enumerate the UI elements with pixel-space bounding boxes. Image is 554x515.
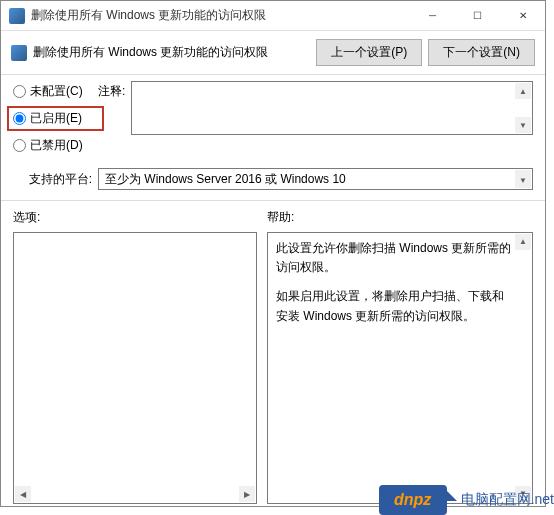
platform-label: 支持的平台: [13,171,92,188]
options-column: 选项: ◀ ▶ [13,209,257,504]
radio-group: 未配置(C) 已启用(E) 已禁用(D) [13,81,98,160]
options-label: 选项: [13,209,257,226]
watermark-logo: dnpz [379,485,447,515]
window-title: 删除使用所有 Windows 更新功能的访问权限 [31,7,410,24]
help-box: 此设置允许你删除扫描 Windows 更新所需的访问权限。 如果启用此设置，将删… [267,232,533,504]
scroll-left-icon[interactable]: ◀ [15,486,31,502]
radio-not-configured[interactable]: 未配置(C) [13,83,98,100]
titlebar: 删除使用所有 Windows 更新功能的访问权限 ─ ☐ ✕ [1,1,545,31]
comment-label: 注释: [98,81,125,100]
help-text-1: 此设置允许你删除扫描 Windows 更新所需的访问权限。 [276,239,512,277]
help-label: 帮助: [267,209,533,226]
watermark-suffix: .net [531,491,554,507]
dialog-window: 删除使用所有 Windows 更新功能的访问权限 ─ ☐ ✕ 删除使用所有 Wi… [0,0,546,507]
window-controls: ─ ☐ ✕ [410,1,545,30]
scroll-right-icon[interactable]: ▶ [239,486,255,502]
subheader: 删除使用所有 Windows 更新功能的访问权限 上一个设置(P) 下一个设置(… [1,31,545,75]
platform-row: 支持的平台: 至少为 Windows Server 2016 或 Windows… [1,166,545,201]
comment-textarea[interactable]: ▲ ▼ [131,81,533,135]
watermark-text: 电脑配置网.net [461,491,554,509]
radio-disabled-label: 已禁用(D) [30,137,83,154]
radio-not-configured-input[interactable] [13,85,26,98]
app-icon [9,8,25,24]
watermark: dnpz 电脑配置网.net [379,485,554,515]
platform-value: 至少为 Windows Server 2016 或 Windows 10 [105,171,346,188]
next-setting-button[interactable]: 下一个设置(N) [428,39,535,66]
scroll-down-icon[interactable]: ▼ [515,117,531,133]
radio-enabled-input[interactable] [13,112,26,125]
scroll-down-icon[interactable]: ▼ [515,172,531,188]
subheader-title: 删除使用所有 Windows 更新功能的访问权限 [33,44,316,61]
prev-setting-button[interactable]: 上一个设置(P) [316,39,422,66]
platform-box: 至少为 Windows Server 2016 或 Windows 10 ▲ ▼ [98,168,533,190]
help-text-2: 如果启用此设置，将删除用户扫描、下载和安装 Windows 更新所需的访问权限。 [276,287,512,325]
scroll-up-icon[interactable]: ▲ [515,83,531,99]
minimize-button[interactable]: ─ [410,1,455,30]
radio-disabled-input[interactable] [13,139,26,152]
maximize-button[interactable]: ☐ [455,1,500,30]
options-box: ◀ ▶ [13,232,257,504]
radio-not-configured-label: 未配置(C) [30,83,83,100]
help-column: 帮助: 此设置允许你删除扫描 Windows 更新所需的访问权限。 如果启用此设… [267,209,533,504]
lower-section: 选项: ◀ ▶ 帮助: 此设置允许你删除扫描 Windows 更新所需的访问权限… [1,201,545,515]
comment-section: 注释: ▲ ▼ [98,81,533,135]
scroll-up-icon[interactable]: ▲ [515,234,531,250]
config-row: 未配置(C) 已启用(E) 已禁用(D) 注释: ▲ ▼ [1,75,545,166]
radio-disabled[interactable]: 已禁用(D) [13,137,98,154]
close-button[interactable]: ✕ [500,1,545,30]
radio-enabled[interactable]: 已启用(E) [7,106,104,131]
policy-icon [11,45,27,61]
watermark-domain: 电脑配置网 [461,491,531,507]
radio-enabled-label: 已启用(E) [30,110,82,127]
nav-buttons: 上一个设置(P) 下一个设置(N) [316,39,535,66]
